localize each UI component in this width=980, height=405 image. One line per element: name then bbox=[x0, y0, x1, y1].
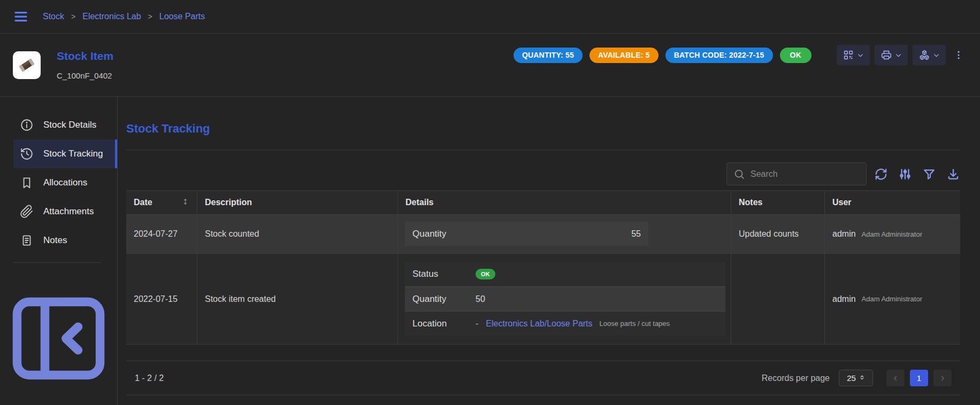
breadcrumb-separator: > bbox=[148, 12, 152, 21]
barcode-actions-button[interactable] bbox=[837, 45, 870, 65]
main-panel: Stock Tracking bbox=[118, 97, 980, 405]
detail-row-status: Status OK bbox=[405, 262, 725, 286]
qr-code-icon bbox=[843, 49, 854, 61]
status-badges: QUANTITY: 55 AVAILABLE: 5 BATCH CODE: 20… bbox=[514, 48, 811, 63]
top-bar: Stock > Electronics Lab > Loose Parts bbox=[0, 0, 980, 34]
location-link[interactable]: Electronics Lab/Loose Parts bbox=[486, 319, 592, 329]
filter-icon[interactable] bbox=[922, 167, 936, 181]
breadcrumb-separator: > bbox=[71, 12, 75, 21]
chevron-down-icon bbox=[933, 52, 940, 59]
adjustments-icon[interactable] bbox=[898, 167, 912, 181]
sidebar: Stock Details Stock Tracking Allocations… bbox=[0, 97, 118, 405]
search-input[interactable] bbox=[751, 169, 860, 179]
sidebar-item-label: Stock Tracking bbox=[43, 149, 103, 159]
section-title: Stock Tracking bbox=[126, 122, 960, 136]
batch-code-badge: BATCH CODE: 2022-7-15 bbox=[665, 48, 773, 63]
detail-row-quantity: Quantity 50 bbox=[405, 286, 725, 311]
section-divider bbox=[126, 150, 960, 150]
location-description: Loose parts / cut tapes bbox=[600, 320, 670, 328]
note-icon bbox=[20, 233, 34, 247]
stock-cubes-icon bbox=[918, 49, 930, 61]
stock-tracking-table: Date Description Details Notes User 2024… bbox=[126, 190, 960, 345]
download-icon[interactable] bbox=[946, 167, 960, 181]
select-chevrons-icon bbox=[859, 375, 865, 382]
more-options-button[interactable] bbox=[953, 48, 964, 62]
sidebar-item-notes[interactable]: Notes bbox=[13, 226, 117, 255]
page-title: Stock Item bbox=[57, 50, 113, 63]
sidebar-item-label: Attachments bbox=[43, 206, 94, 217]
records-per-page-label: Records per page bbox=[762, 373, 830, 383]
sidebar-item-allocations[interactable]: Allocations bbox=[13, 168, 117, 197]
column-header-date[interactable]: Date bbox=[126, 191, 197, 214]
available-badge: AVAILABLE: 5 bbox=[589, 48, 659, 63]
column-header-description: Description bbox=[197, 191, 397, 214]
column-header-user: User bbox=[824, 191, 960, 214]
table-row: 2022-07-15 Stock item created Status OK … bbox=[126, 253, 960, 344]
details-cell: Quantity 55 bbox=[397, 215, 731, 253]
sidebar-divider bbox=[13, 262, 101, 263]
breadcrumb-link-stock[interactable]: Stock bbox=[43, 12, 64, 21]
sidebar-item-label: Stock Details bbox=[43, 120, 96, 130]
printer-icon bbox=[881, 49, 892, 61]
details-cell: Status OK Quantity 50 Location - Electro… bbox=[397, 254, 731, 344]
sidebar-collapse-button[interactable] bbox=[0, 280, 117, 397]
dots-vertical-icon bbox=[953, 49, 964, 61]
page-size-select[interactable]: 25 bbox=[839, 370, 873, 386]
sidebar-collapse-icon bbox=[0, 280, 117, 397]
column-header-notes: Notes bbox=[731, 191, 824, 214]
date-cell: 2024-07-27 bbox=[126, 215, 197, 253]
page-subtitle: C_100nF_0402 bbox=[57, 71, 113, 80]
page-header: Stock Item C_100nF_0402 QUANTITY: 55 AVA… bbox=[0, 34, 980, 97]
sidebar-item-stock-tracking[interactable]: Stock Tracking bbox=[13, 139, 117, 168]
detail-row-quantity: Quantity 55 bbox=[405, 222, 648, 246]
notes-cell bbox=[731, 254, 824, 344]
username: admin bbox=[832, 294, 856, 304]
chevron-right-icon bbox=[939, 375, 946, 382]
quantity-value: 50 bbox=[476, 294, 485, 304]
search-icon bbox=[733, 168, 745, 180]
user-cell: admin Adam Administrator bbox=[824, 254, 960, 344]
sidebar-item-label: Allocations bbox=[43, 177, 87, 188]
header-actions bbox=[837, 45, 946, 65]
detail-row-location: Location - Electronics Lab/Loose Parts L… bbox=[405, 311, 725, 336]
user-fullname: Adam Administrator bbox=[862, 230, 922, 238]
breadcrumb-link-loose-parts[interactable]: Loose Parts bbox=[159, 12, 205, 21]
status-ok-badge: OK bbox=[780, 48, 811, 63]
paperclip-icon bbox=[20, 205, 34, 219]
date-cell: 2022-07-15 bbox=[126, 254, 197, 344]
table-footer: 1 - 2 / 2 Records per page 25 1 bbox=[126, 361, 960, 395]
table-toolbar bbox=[126, 162, 960, 185]
table-row: 2024-07-27 Stock counted Quantity 55 Upd… bbox=[126, 215, 960, 253]
sidebar-item-attachments[interactable]: Attachments bbox=[13, 197, 117, 226]
chevron-left-icon bbox=[892, 375, 899, 382]
chevron-down-icon bbox=[857, 52, 864, 59]
next-page-button[interactable] bbox=[933, 370, 952, 386]
sidebar-item-stock-details[interactable]: Stock Details bbox=[13, 111, 117, 139]
page-1-button[interactable]: 1 bbox=[910, 370, 928, 386]
bookmark-icon bbox=[20, 176, 34, 190]
quantity-value: 55 bbox=[631, 229, 641, 239]
description-cell: Stock item created bbox=[197, 254, 397, 344]
capacitor-image bbox=[17, 55, 37, 75]
table-header-row: Date Description Details Notes User bbox=[126, 191, 960, 215]
previous-page-button[interactable] bbox=[886, 370, 905, 386]
user-cell: admin Adam Administrator bbox=[824, 215, 960, 253]
breadcrumb-link-electronics-lab[interactable]: Electronics Lab bbox=[82, 12, 141, 21]
hamburger-menu-icon[interactable] bbox=[13, 9, 29, 25]
chevron-down-icon bbox=[895, 52, 902, 59]
status-ok-pill: OK bbox=[476, 269, 495, 279]
search-box bbox=[726, 162, 867, 185]
part-thumbnail[interactable] bbox=[13, 51, 41, 79]
description-cell: Stock counted bbox=[197, 215, 397, 253]
print-actions-button[interactable] bbox=[875, 45, 908, 65]
user-fullname: Adam Administrator bbox=[862, 295, 922, 303]
pagination: 1 bbox=[886, 370, 952, 386]
stock-actions-button[interactable] bbox=[913, 45, 946, 65]
username: admin bbox=[832, 229, 856, 239]
record-range: 1 - 2 / 2 bbox=[135, 373, 164, 383]
history-icon bbox=[20, 147, 34, 161]
sort-icon bbox=[181, 198, 189, 207]
breadcrumb: Stock > Electronics Lab > Loose Parts bbox=[43, 12, 205, 21]
refresh-icon[interactable] bbox=[874, 167, 888, 181]
quantity-badge: QUANTITY: 55 bbox=[514, 48, 583, 63]
